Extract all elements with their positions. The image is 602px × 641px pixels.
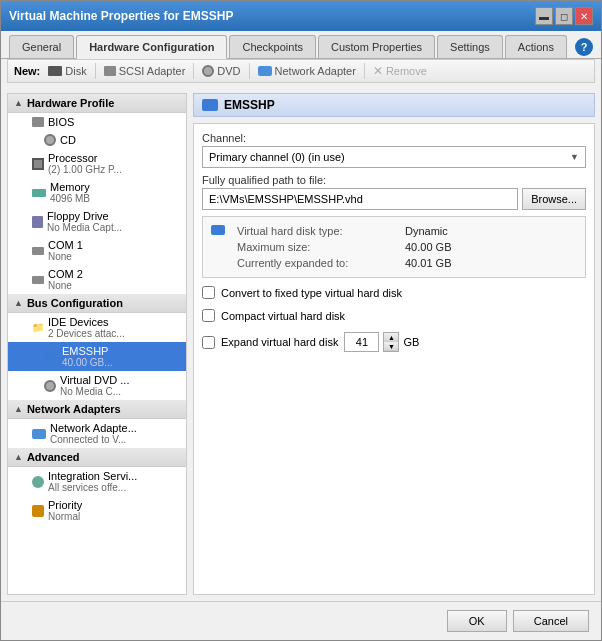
toolbar-scsi-button[interactable]: SCSI Adapter (104, 65, 186, 77)
emsshp-label: EMSSHP (62, 345, 108, 357)
hardware-profile-header: ▲ Hardware Profile (8, 94, 186, 113)
compact-checkbox[interactable] (202, 309, 215, 322)
expand-checkbox[interactable] (202, 336, 215, 349)
tree-floppy[interactable]: Floppy Drive No Media Capt... (8, 207, 186, 236)
tab-actions[interactable]: Actions (505, 35, 567, 58)
tree-bios[interactable]: BIOS (8, 113, 186, 131)
tree-cd[interactable]: CD (8, 131, 186, 149)
scsi-icon (104, 66, 116, 76)
tree-integration-services[interactable]: Integration Servi... All services offe..… (8, 467, 186, 496)
integration-icon (32, 476, 44, 488)
cd-label: CD (60, 134, 76, 146)
priority-sub: Normal (48, 511, 82, 522)
window-title: Virtual Machine Properties for EMSSHP (9, 9, 234, 23)
com2-sub: None (48, 280, 83, 291)
tab-bar: General Hardware Configuration Checkpoin… (1, 31, 601, 59)
processor-label: Processor (48, 152, 98, 164)
advanced-label: Advanced (27, 451, 80, 463)
compact-row: Compact virtual hard disk (202, 307, 586, 324)
path-input[interactable] (202, 188, 518, 210)
detail-title-text: EMSSHP (224, 98, 275, 112)
toolbar-disk-button[interactable]: Disk (48, 65, 86, 77)
toolbar-sep4 (364, 63, 365, 79)
toolbar-sep3 (249, 63, 250, 79)
tab-general[interactable]: General (9, 35, 74, 58)
path-label: Fully qualified path to file: (202, 174, 586, 186)
vhd-type-value: Dynamic (405, 225, 448, 237)
tree-ide[interactable]: 📁 IDE Devices 2 Devices attac... (8, 313, 186, 342)
convert-label: Convert to fixed type virtual hard disk (221, 287, 402, 299)
minimize-button[interactable]: ▬ (535, 7, 553, 25)
help-button[interactable]: ? (575, 38, 593, 56)
network-adapters-header: ▲ Network Adapters (8, 400, 186, 419)
channel-select[interactable]: Primary channel (0) (in use) ▼ (202, 146, 586, 168)
tree-virtual-dvd[interactable]: Virtual DVD ... No Media C... (8, 371, 186, 400)
browse-button[interactable]: Browse... (522, 188, 586, 210)
convert-checkbox[interactable] (202, 286, 215, 299)
network-adapter-sub: Connected to V... (50, 434, 137, 445)
hardware-profile-arrow: ▲ (14, 98, 23, 108)
tab-custom-properties[interactable]: Custom Properties (318, 35, 435, 58)
max-size-label: Maximum size: (237, 241, 397, 253)
virtual-dvd-icon (44, 380, 56, 392)
ide-label: IDE Devices (48, 316, 109, 328)
toolbar: New: Disk SCSI Adapter DVD Network Adapt… (7, 59, 595, 83)
memory-label: Memory (50, 181, 90, 193)
toolbar-scsi-label: SCSI Adapter (119, 65, 186, 77)
tree-emsshp[interactable]: EMSSHP 40.00 GB... (8, 342, 186, 371)
toolbar-disk-label: Disk (65, 65, 86, 77)
tab-settings[interactable]: Settings (437, 35, 503, 58)
path-section: Fully qualified path to file: Browse... (202, 174, 586, 210)
expand-label: Expand virtual hard disk (221, 336, 338, 348)
max-size-row: Maximum size: 40.00 GB (211, 239, 577, 255)
ok-button[interactable]: OK (447, 610, 507, 632)
cancel-button[interactable]: Cancel (513, 610, 589, 632)
detail-body: Channel: Primary channel (0) (in use) ▼ … (193, 123, 595, 595)
tab-checkpoints[interactable]: Checkpoints (229, 35, 316, 58)
tree-network-adapter[interactable]: Network Adapte... Connected to V... (8, 419, 186, 448)
cd-icon (44, 134, 56, 146)
tree-priority[interactable]: Priority Normal (8, 496, 186, 525)
toolbar-dvd-button[interactable]: DVD (202, 65, 240, 77)
main-content: ▲ Hardware Profile BIOS CD Processor (2)… (1, 87, 601, 601)
com2-icon (32, 276, 44, 284)
com2-label: COM 2 (48, 268, 83, 280)
toolbar-network-button[interactable]: Network Adapter (258, 65, 356, 77)
bios-label: BIOS (48, 116, 74, 128)
disk-icon (48, 66, 62, 76)
memory-icon (32, 189, 46, 197)
advanced-header: ▲ Advanced (8, 448, 186, 467)
left-panel: ▲ Hardware Profile BIOS CD Processor (2)… (7, 93, 187, 595)
tree-processor[interactable]: Processor (2) 1.00 GHz P... (8, 149, 186, 178)
toolbar-remove-button[interactable]: ✕ Remove (373, 64, 427, 78)
hardware-profile-label: Hardware Profile (27, 97, 114, 109)
tab-hardware-configuration[interactable]: Hardware Configuration (76, 35, 227, 59)
close-button[interactable]: ✕ (575, 7, 593, 25)
detail-hdd-icon (202, 99, 218, 111)
toolbar-sep2 (193, 63, 194, 79)
priority-label: Priority (48, 499, 82, 511)
info-box: Virtual hard disk type: Dynamic Maximum … (202, 216, 586, 278)
expanded-value: 40.01 GB (405, 257, 451, 269)
path-row: Browse... (202, 188, 586, 210)
toolbar-remove-label: Remove (386, 65, 427, 77)
expand-up-button[interactable]: ▲ (384, 333, 398, 342)
bus-config-header: ▲ Bus Configuration (8, 294, 186, 313)
tree-com1[interactable]: COM 1 None (8, 236, 186, 265)
expand-down-button[interactable]: ▼ (384, 342, 398, 351)
channel-section: Channel: Primary channel (0) (in use) ▼ (202, 132, 586, 168)
floppy-icon (32, 216, 43, 228)
remove-icon: ✕ (373, 64, 383, 78)
maximize-button[interactable]: ◻ (555, 7, 573, 25)
title-bar: Virtual Machine Properties for EMSSHP ▬ … (1, 1, 601, 31)
expand-spinner-buttons: ▲ ▼ (383, 332, 399, 352)
tree-com2[interactable]: COM 2 None (8, 265, 186, 294)
network-icon (32, 429, 46, 439)
expand-size-input[interactable] (344, 332, 379, 352)
title-controls: ▬ ◻ ✕ (535, 7, 593, 25)
compact-label: Compact virtual hard disk (221, 310, 345, 322)
emsshp-hdd-icon (44, 352, 58, 362)
tree-memory[interactable]: Memory 4096 MB (8, 178, 186, 207)
expanded-row: Currently expanded to: 40.01 GB (211, 255, 577, 271)
integration-label: Integration Servi... (48, 470, 137, 482)
